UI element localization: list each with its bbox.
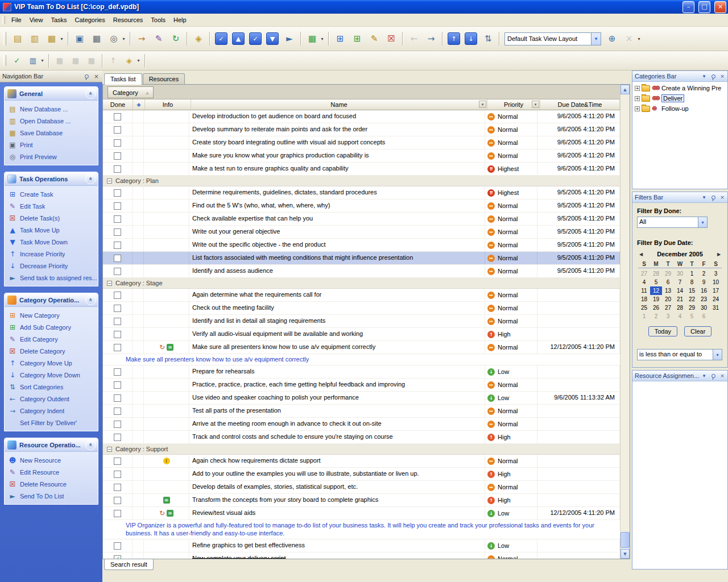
nav-item-new-resource[interactable]: ☻New Resource <box>6 454 97 466</box>
collapse-icon[interactable]: − <box>107 447 112 452</box>
filter-priority-icon[interactable]: ▾ <box>532 101 539 108</box>
task-row[interactable]: Develop details of examples, stories, st… <box>103 481 620 494</box>
calendar-day[interactable]: 2 <box>698 269 710 278</box>
calendar-day[interactable]: 27 <box>662 304 674 312</box>
done-checkbox[interactable] <box>114 268 121 275</box>
vertical-scrollbar[interactable]: ▲ ▼ <box>620 85 630 559</box>
calendar-day[interactable]: 7 <box>674 278 686 286</box>
calendar-day[interactable]: 5 <box>650 278 662 286</box>
done-checkbox[interactable] <box>114 152 121 160</box>
close-icon[interactable]: × <box>718 72 726 80</box>
nav-item-delete-category[interactable]: ☒Delete Category <box>6 345 97 357</box>
done-checkbox[interactable] <box>114 408 121 415</box>
menu-tasks[interactable]: Tasks <box>47 15 71 25</box>
notifications-icon-dropdown[interactable]: ▾ <box>135 53 142 68</box>
edit-task-icon[interactable]: ✎ <box>366 31 382 47</box>
calendar-day[interactable]: 15 <box>686 286 698 295</box>
nav-item-category-move-down[interactable]: ↓Category Move Down <box>6 369 97 381</box>
nav-section-header-category-operatio[interactable]: Category Operatio...« <box>5 293 98 307</box>
done-checkbox[interactable] <box>114 165 121 173</box>
task-row[interactable]: Test all parts of the presentation↔Norma… <box>103 405 620 418</box>
done-checkbox[interactable] <box>114 434 121 441</box>
pin-icon[interactable] <box>82 72 90 80</box>
next-month-button[interactable]: ▶ <box>715 252 723 257</box>
filter-name-icon[interactable]: ▾ <box>479 101 486 108</box>
done-checkbox[interactable] <box>114 394 121 402</box>
expand-all-icon[interactable]: ▦ <box>52 54 67 68</box>
calendar-day[interactable]: 26 <box>650 304 662 312</box>
nav-item-category-move-up[interactable]: ↑Category Move Up <box>6 357 97 369</box>
menu-help[interactable]: Help <box>169 15 191 25</box>
task-row[interactable]: !Again check how requirements dictate su… <box>103 455 620 468</box>
task-row[interactable]: Identify and assess audience↔Normal9/5/2… <box>103 265 620 278</box>
due-condition-select[interactable]: is less than or equal to ▾ <box>637 349 722 360</box>
pin-icon[interactable] <box>709 372 717 380</box>
today-button[interactable]: Today <box>648 326 677 336</box>
calendar-day[interactable]: 1 <box>686 269 698 278</box>
task-row[interactable]: List factors associated with meeting con… <box>103 252 620 265</box>
done-checkbox[interactable]: ✓ <box>114 555 121 560</box>
print-preview-icon-dropdown[interactable]: ▾ <box>121 31 127 46</box>
column-header-done[interactable]: Done <box>103 99 133 110</box>
delete-layout-icon[interactable]: × <box>621 31 637 47</box>
task-row[interactable]: Arrive at the meeting room enough in adv… <box>103 418 620 431</box>
filter-done-select[interactable]: All ▾ <box>637 217 708 228</box>
menu-tools[interactable]: Tools <box>147 15 169 25</box>
send-task-icon[interactable]: ► <box>282 31 297 47</box>
close-icon[interactable]: × <box>718 372 726 380</box>
calendar-day[interactable]: 19 <box>650 295 662 304</box>
done-checkbox[interactable] <box>114 113 121 120</box>
tab-resources[interactable]: Resources <box>143 73 185 84</box>
nav-item-create-task[interactable]: ⊞Create Task <box>6 188 97 200</box>
increase-priority-icon[interactable]: ▲ <box>232 32 245 45</box>
category-group-row[interactable]: −Category : Plan <box>103 176 620 186</box>
new-database-icon[interactable]: ▤ <box>10 31 26 47</box>
done-checkbox[interactable] <box>114 215 121 223</box>
collapse-icon[interactable]: ▾ <box>700 193 708 201</box>
done-checkbox[interactable] <box>114 510 121 517</box>
done-checkbox[interactable] <box>114 381 121 389</box>
nav-item-save-database[interactable]: ▦Save Database <box>6 127 97 139</box>
open-database-icon[interactable]: ▥ <box>27 31 43 47</box>
calendar-day[interactable]: 17 <box>710 286 722 295</box>
sort-tasks-icon[interactable]: ⇅ <box>480 31 496 47</box>
save-database-icon-dropdown[interactable]: ▾ <box>59 31 65 46</box>
new-task-icon[interactable]: ⊞ <box>332 31 348 47</box>
calendar-day[interactable]: 21 <box>674 295 686 304</box>
calendar-day[interactable]: 29 <box>686 304 698 312</box>
decrease-priority-icon[interactable]: ▼ <box>266 32 279 45</box>
nav-item-edit-category[interactable]: ✎Edit Category <box>6 333 97 345</box>
done-checkbox[interactable] <box>114 202 121 210</box>
done-checkbox[interactable] <box>114 189 121 197</box>
nav-item-task-move-down[interactable]: ▼Task Move Down <box>6 236 97 248</box>
groupby-category-button[interactable]: Category ▵ <box>107 86 154 98</box>
calendar-day[interactable]: 28 <box>650 269 662 278</box>
calendar-day[interactable]: 16 <box>698 286 710 295</box>
task-move-up-icon[interactable]: ↑ <box>448 32 460 45</box>
task-outdent-icon[interactable]: ← <box>406 31 422 47</box>
done-checkbox[interactable] <box>114 471 121 478</box>
done-checkbox[interactable] <box>114 139 121 147</box>
done-checkbox[interactable] <box>114 458 121 465</box>
maximize-button[interactable]: □ <box>698 1 710 13</box>
done-checkbox[interactable] <box>114 368 121 376</box>
task-row[interactable]: Make a test run to ensure graphics quali… <box>103 163 620 176</box>
task-row[interactable]: Create story board integrating outline w… <box>103 136 620 149</box>
complete-task-icon[interactable]: ✓ <box>215 32 228 45</box>
column-header-priority[interactable]: Priority▾ <box>487 99 540 110</box>
edit-icon[interactable]: ✎ <box>151 31 167 47</box>
collapse-all-icon[interactable]: ▦ <box>68 54 83 68</box>
tab-tasks-list[interactable]: Tasks list <box>104 73 142 85</box>
close-icon[interactable]: × <box>718 193 726 201</box>
task-row[interactable]: Find out the 5 W's (who, what, when, whe… <box>103 199 620 213</box>
collapse-icon[interactable]: − <box>107 178 112 184</box>
expand-icon[interactable]: + <box>635 86 640 91</box>
collapse-chevron-icon[interactable]: « <box>85 88 96 99</box>
calendar-day[interactable]: 31 <box>710 304 722 312</box>
task-row[interactable]: Again determine what the requirements ca… <box>103 289 620 302</box>
close-button[interactable]: × <box>714 1 726 13</box>
calendar-day[interactable]: 3 <box>710 269 722 278</box>
delete-task-icon[interactable]: ☒ <box>383 31 399 47</box>
task-row[interactable]: ↻≡Make sure all presenters know how to u… <box>103 341 620 354</box>
collapse-chevron-icon[interactable]: « <box>85 294 96 305</box>
